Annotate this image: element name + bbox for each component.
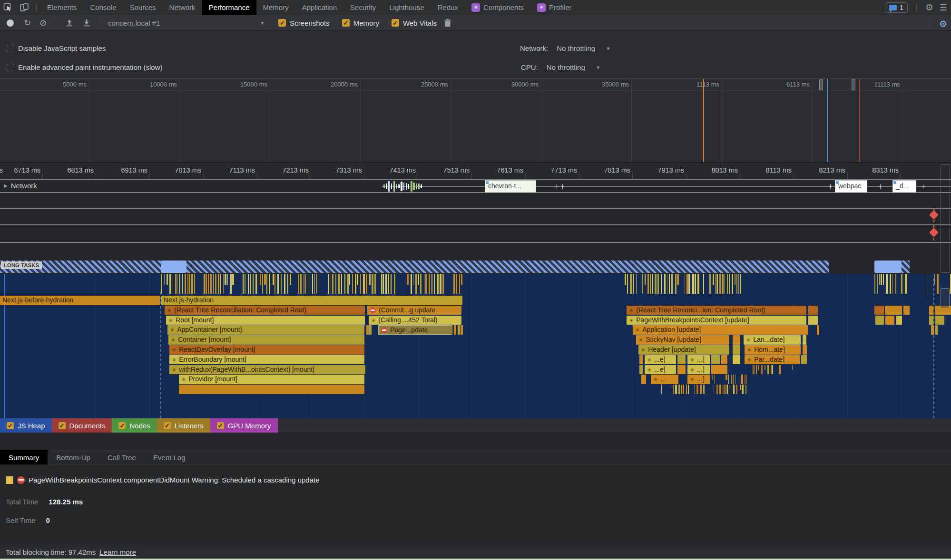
flame-bar[interactable]: ✳Application [update] bbox=[633, 325, 808, 335]
timeline-ruler[interactable]: s 6713 ms6813 ms6913 ms7013 ms7113 ms721… bbox=[0, 163, 951, 179]
flame-bar[interactable]: ✳StickyNav [update] bbox=[636, 335, 729, 345]
counter-js-heap[interactable]: ✓JS Heap bbox=[0, 418, 52, 433]
tracks-scrollbar[interactable] bbox=[941, 164, 950, 273]
tab-call-tree[interactable]: Call Tree bbox=[99, 450, 145, 464]
flame-bar[interactable] bbox=[369, 325, 372, 335]
flame-bar[interactable] bbox=[677, 365, 686, 375]
flame-bar[interactable] bbox=[733, 355, 740, 365]
flame-bar[interactable]: Next.js-before-hydration bbox=[0, 296, 160, 305]
network-request-bar[interactable] bbox=[416, 183, 417, 190]
timeline-overview[interactable]: 5000 ms10000 ms15000 ms20000 ms25000 ms3… bbox=[0, 79, 951, 163]
flame-bar[interactable] bbox=[461, 325, 463, 335]
tab-application[interactable]: Application bbox=[295, 0, 343, 15]
network-request-bar[interactable] bbox=[398, 184, 400, 189]
checkbox-checked[interactable]: ✓ bbox=[342, 19, 350, 27]
splitter[interactable] bbox=[0, 434, 951, 450]
disable-js-samples-row[interactable]: Disable JavaScript samples bbox=[7, 44, 106, 52]
network-request-bar[interactable] bbox=[418, 183, 420, 190]
network-request-bar[interactable] bbox=[421, 184, 422, 188]
record-button[interactable] bbox=[7, 19, 14, 27]
network-throttling-row[interactable]: Network:No throttling▼ bbox=[520, 44, 611, 52]
tab-sources[interactable]: Sources bbox=[123, 0, 163, 15]
garbage-collect-icon[interactable] bbox=[444, 19, 451, 27]
network-request-bar[interactable] bbox=[406, 183, 407, 190]
flame-bar[interactable]: ✳PageWithBreakpointsContext [update] bbox=[627, 316, 806, 325]
flame-bar[interactable]: ✳...e] bbox=[645, 355, 676, 365]
flame-bar[interactable]: ✳...] bbox=[687, 355, 710, 365]
network-request-bar[interactable] bbox=[383, 184, 385, 188]
flame-bar[interactable]: ✳Par...date] bbox=[745, 355, 800, 365]
tab-memory[interactable]: Memory bbox=[256, 0, 295, 15]
flame-bar[interactable] bbox=[639, 355, 643, 365]
tab-bottom-up[interactable]: Bottom-Up bbox=[48, 450, 99, 464]
flame-bar[interactable]: ✳AppContainer [mount] bbox=[167, 325, 364, 335]
flame-bar[interactable] bbox=[801, 355, 807, 365]
flame-bar[interactable] bbox=[931, 325, 934, 335]
checkbox-unchecked[interactable] bbox=[7, 64, 14, 71]
checkbox-checked[interactable]: ✓ bbox=[7, 422, 14, 429]
flame-bar[interactable] bbox=[929, 306, 933, 315]
window-right-handle[interactable] bbox=[852, 79, 855, 90]
flame-bar[interactable] bbox=[935, 316, 944, 325]
flame-bar[interactable]: ✳(Calling ...452 Total) bbox=[369, 316, 461, 325]
counter-listeners[interactable]: ✓Listeners bbox=[157, 418, 210, 433]
flame-bar[interactable]: ✳...] bbox=[687, 375, 710, 384]
flame-bar[interactable] bbox=[733, 335, 740, 345]
tab-elements[interactable]: Elements bbox=[40, 0, 84, 15]
flame-bar[interactable]: (Commit...g update bbox=[367, 306, 461, 315]
advanced-paint-row[interactable]: Enable advanced paint instrumentation (s… bbox=[7, 63, 163, 71]
history-dropdown[interactable]: concern.local #1▼ bbox=[108, 19, 265, 27]
tab-security[interactable]: Security bbox=[343, 0, 382, 15]
checkbox-checked[interactable]: ✓ bbox=[392, 19, 399, 27]
tab-performance[interactable]: Performance bbox=[202, 0, 256, 15]
network-request-bar[interactable] bbox=[391, 183, 392, 189]
load-profile-icon[interactable] bbox=[65, 19, 74, 27]
event-marker-diamond[interactable] bbox=[929, 210, 939, 220]
tab-console[interactable]: Console bbox=[84, 0, 123, 15]
checkbox-checked[interactable]: ✓ bbox=[278, 19, 286, 27]
flame-bar[interactable]: Page...pdate bbox=[378, 325, 452, 335]
flame-bar[interactable]: ✳Provider [mount] bbox=[179, 375, 364, 384]
flame-bar[interactable] bbox=[803, 345, 807, 355]
learn-more-link[interactable]: Learn more bbox=[99, 548, 136, 556]
flame-bar[interactable]: ✳Lan...date] bbox=[744, 335, 801, 345]
screenshot-label[interactable]: chevron-t... bbox=[485, 180, 536, 193]
long-tasks-track[interactable]: LONG TASKS bbox=[0, 259, 951, 274]
flame-bar[interactable] bbox=[458, 325, 460, 335]
flame-bar[interactable]: ✳... bbox=[651, 375, 678, 384]
flame-bar[interactable] bbox=[817, 325, 819, 335]
event-marker-diamond[interactable] bbox=[929, 228, 939, 237]
flame-bar[interactable]: ✳Hom...ate] bbox=[745, 345, 801, 355]
flame-bar[interactable] bbox=[885, 306, 902, 315]
network-request-bar[interactable] bbox=[386, 183, 387, 189]
playhead-line-blue[interactable] bbox=[827, 79, 828, 163]
flame-bar[interactable] bbox=[808, 316, 818, 325]
save-profile-icon[interactable] bbox=[82, 19, 91, 27]
flame-bar[interactable] bbox=[639, 365, 643, 375]
flame-bar[interactable] bbox=[929, 316, 933, 325]
flame-bar[interactable] bbox=[454, 325, 456, 335]
tab-event-log[interactable]: Event Log bbox=[145, 450, 194, 464]
flame-bar[interactable] bbox=[366, 325, 369, 335]
checkbox-unchecked[interactable] bbox=[7, 45, 14, 52]
capture-settings-gear-icon[interactable]: ⚙ bbox=[939, 19, 947, 29]
main-flame-chart[interactable]: Next.js-before-hydrationNext.js-hydratio… bbox=[0, 274, 951, 418]
checkbox-checked[interactable]: ✓ bbox=[118, 422, 126, 429]
network-request-bar[interactable] bbox=[396, 184, 397, 189]
tab-summary[interactable]: Summary bbox=[0, 450, 48, 464]
tab-profiler[interactable]: ✳Profiler bbox=[530, 0, 578, 15]
checkbox-checked[interactable]: ✓ bbox=[164, 422, 171, 429]
flame-bar[interactable]: ✳...] bbox=[687, 365, 710, 375]
flame-bar[interactable] bbox=[903, 306, 910, 315]
reload-and-record-icon[interactable]: ↻ bbox=[24, 19, 31, 27]
flame-bar[interactable] bbox=[885, 316, 894, 325]
flame-bar[interactable] bbox=[896, 316, 902, 325]
timeline-tracks[interactable]: ▶Network chevron-t...webpac_d... bbox=[0, 179, 951, 259]
tab-lighthouse[interactable]: Lighthouse bbox=[382, 0, 431, 15]
screenshot-label[interactable]: webpac bbox=[835, 180, 867, 193]
flame-bar[interactable]: ✳(React Tree Reconciliation: Completed R… bbox=[165, 306, 365, 315]
inspect-element-icon[interactable] bbox=[0, 0, 16, 15]
network-request-bar[interactable] bbox=[413, 183, 415, 190]
network-request-bar[interactable] bbox=[388, 181, 390, 192]
toggle-web-vitals[interactable]: ✓Web Vitals bbox=[392, 19, 437, 27]
